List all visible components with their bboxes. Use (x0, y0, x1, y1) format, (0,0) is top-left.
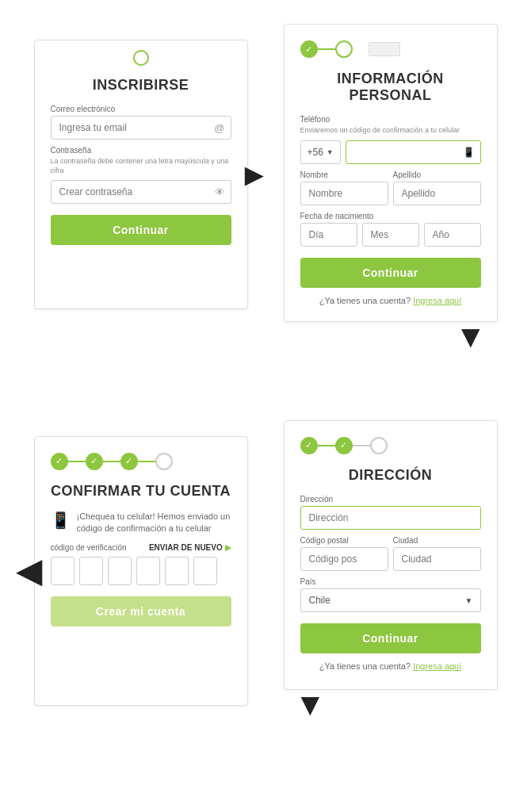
verify-box-3[interactable] (108, 557, 132, 585)
postal-input[interactable] (300, 547, 388, 571)
personal-title: INFORMACIÓN PERSONAL (300, 71, 481, 104)
signup-continue-button[interactable]: Continuar (51, 215, 231, 245)
verify-box-1[interactable] (51, 557, 74, 585)
verify-box-4[interactable] (136, 557, 160, 585)
city-label: Ciudad (393, 536, 481, 545)
year-input[interactable] (424, 223, 481, 247)
address-link-anchor[interactable]: Ingresa aquí (413, 661, 461, 671)
verify-label-row: código de verificación ENVIAR DE NUEVO ▶ (51, 543, 231, 552)
signup-cell: INSCRIBIRSE Correo electrónico @ Contras… (16, 16, 266, 412)
country-select-wrap: Chile ▼ (300, 588, 481, 612)
addr-step-line-2 (353, 445, 370, 446)
name-field-wrap: Nombre (300, 164, 388, 205)
phone-label: Teléfono (300, 115, 481, 124)
personal-continue-button[interactable]: Continuar (300, 258, 481, 288)
email-label: Correo electrónico (51, 105, 231, 113)
name-label: Nombre (300, 170, 388, 179)
personal-link-text: ¿Ya tienes una cuenta? (319, 296, 411, 305)
postal-label: Código postal (300, 536, 388, 545)
name-input[interactable] (300, 182, 388, 205)
day-input[interactable] (300, 223, 357, 247)
personal-card: ✓ INFORMACIÓN PERSONAL Teléfono Enviarem… (284, 24, 498, 322)
address-cell: ✓ ✓ DIRECCIÓN Dirección Código postal Ci… (266, 412, 515, 796)
month-input[interactable] (362, 223, 419, 247)
confirm-message: ¡Chequea tu celular! Hemos enviado un có… (77, 511, 231, 535)
day-wrap (300, 223, 357, 247)
address-title: DIRECCIÓN (300, 467, 481, 484)
password-label: Contraseña (51, 146, 231, 155)
address-step-indicator: ✓ ✓ (300, 437, 481, 454)
password-input[interactable] (51, 180, 231, 204)
confirm-create-button[interactable]: Crear mi cuenta (51, 596, 231, 626)
address-card: ✓ ✓ DIRECCIÓN Dirección Código postal Ci… (284, 420, 498, 690)
password-hint: La contraseña debe contener una letra ma… (51, 157, 231, 175)
arrow-down-1: ▼ (455, 320, 487, 352)
confirm-step-line-2 (103, 461, 120, 462)
step-circle-single (133, 50, 149, 66)
confirm-step-3: ✓ (120, 453, 138, 470)
at-icon: @ (214, 122, 224, 134)
confirm-step-1: ✓ (51, 453, 68, 470)
city-wrap: Ciudad (393, 530, 481, 571)
confirm-step-line-3 (138, 461, 155, 462)
verify-box-5[interactable] (165, 557, 189, 585)
postal-wrap: Código postal (300, 530, 388, 571)
resend-label: ENVIAR DE NUEVO ▶ (149, 543, 231, 552)
confirm-card: ✓ ✓ ✓ CONFIRMAR TU CUENTA 📱 ¡Chequea tu … (34, 436, 248, 706)
lastname-field-wrap: Apellido (393, 164, 481, 205)
month-wrap (362, 223, 419, 247)
city-input[interactable] (393, 547, 481, 571)
phone-input-wrap: 📱 (346, 140, 481, 164)
eye-icon: 👁 (215, 186, 225, 198)
confirm-step-line-1 (68, 461, 86, 462)
phone-hint: Enviaremos un código de confirmación a t… (300, 126, 481, 136)
confirm-title: CONFIRMAR TU CUENTA (51, 483, 231, 500)
phone-row: +56 ▼ 📱 (300, 140, 481, 164)
signup-title: INSCRIBIRSE (51, 77, 231, 94)
addr-step-2: ✓ (335, 437, 353, 454)
personal-cell: ✓ INFORMACIÓN PERSONAL Teléfono Enviarem… (266, 16, 515, 412)
country-label: País (300, 577, 481, 586)
dob-row (300, 223, 481, 247)
address-continue-button[interactable]: Continuar (300, 623, 481, 653)
arrow-down-2: ▼ (295, 688, 327, 720)
confirm-cell: ◀ ✓ ✓ ✓ CONFIRMAR TU CUENTA 📱 ¡Chequea t… (16, 412, 266, 796)
step-1-done: ✓ (300, 40, 318, 58)
address-input[interactable] (300, 506, 481, 530)
year-wrap (424, 223, 481, 247)
address-link-row: ¿Ya tienes una cuenta? Ingresa aquí (300, 661, 481, 671)
dob-label: Fecha de nacimiento (300, 212, 481, 220)
personal-step-indicator: ✓ (300, 40, 481, 58)
addr-step-3 (370, 437, 388, 454)
step-2-active (335, 40, 353, 58)
postal-city-row: Código postal Ciudad (300, 530, 481, 571)
arrow-left-1: ◀ (17, 553, 41, 589)
verify-boxes (51, 557, 231, 585)
verify-box-2[interactable] (79, 557, 103, 585)
confirm-step-2: ✓ (86, 453, 103, 470)
country-select[interactable]: Chile (300, 588, 481, 612)
confirm-step-4 (155, 453, 173, 470)
lastname-label: Apellido (393, 170, 481, 179)
addr-step-line-1 (318, 445, 335, 446)
step-line-1 (318, 48, 335, 50)
signup-card: INSCRIBIRSE Correo electrónico @ Contras… (34, 40, 248, 309)
confirm-message-row: 📱 ¡Chequea tu celular! Hemos enviado un … (51, 511, 231, 535)
personal-link-anchor[interactable]: Ingresa aquí (413, 296, 461, 305)
phone-prefix[interactable]: +56 ▼ (300, 140, 341, 164)
phone-prefix-value: +56 (308, 147, 323, 158)
email-input[interactable] (51, 116, 231, 140)
arrow-right-1: ► (239, 159, 270, 190)
address-label: Dirección (300, 495, 481, 504)
address-link-text: ¿Ya tienes una cuenta? (319, 661, 411, 671)
verify-label: código de verificación (51, 543, 127, 552)
personal-link-row: ¿Ya tienes una cuenta? Ingresa aquí (300, 296, 481, 305)
verify-box-6[interactable] (193, 557, 217, 585)
phone-number-input[interactable] (346, 140, 481, 164)
resend-arrow: ▶ (225, 543, 231, 552)
lastname-input[interactable] (393, 182, 481, 205)
prefix-dropdown-arrow: ▼ (327, 148, 334, 156)
phone-confirm-icon: 📱 (51, 511, 71, 530)
addr-step-1: ✓ (300, 437, 318, 454)
confirm-step-indicator: ✓ ✓ ✓ (51, 453, 231, 470)
